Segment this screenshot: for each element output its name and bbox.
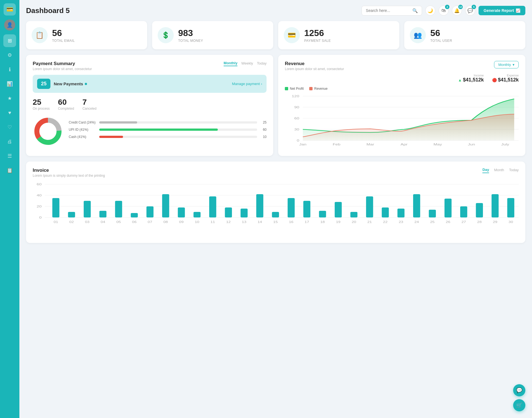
svg-text:Apr: Apr xyxy=(400,143,408,146)
svg-text:27: 27 xyxy=(461,220,466,224)
svg-text:07: 07 xyxy=(148,220,152,224)
svg-text:Jan: Jan xyxy=(299,143,306,146)
svg-rect-47 xyxy=(193,212,200,217)
svg-rect-65 xyxy=(335,202,342,217)
stat-info: 56 TOTAL USER xyxy=(430,28,452,43)
svg-rect-77 xyxy=(429,210,436,217)
svg-text:01: 01 xyxy=(53,220,58,224)
stat-info: 1256 PAYMENT SALE xyxy=(304,28,331,43)
payment-bottom: Credit Card (24%) 25 UPI ID (41%) 60 xyxy=(33,116,267,147)
theme-toggle-button[interactable]: 🌙 xyxy=(425,6,435,16)
revenue-subtitle: Lorem ipsum dolor sit amet, consectetur xyxy=(285,67,344,71)
sidebar-item-print[interactable]: 🖨 xyxy=(3,135,16,148)
sidebar-item-heart2[interactable]: ♡ xyxy=(3,121,16,134)
search-input[interactable] xyxy=(366,8,410,13)
svg-text:08: 08 xyxy=(163,220,168,224)
revenue-period-button[interactable]: Monthly ▾ xyxy=(494,61,519,68)
chat-button[interactable]: 💬 5 xyxy=(465,6,475,16)
stat-value: 983 xyxy=(178,28,203,38)
income-icon: ▲ xyxy=(458,78,462,82)
invoice-subtitle: Lorem Ipsum is simply dummy text of the … xyxy=(33,174,105,178)
payment-stats-row: 25 On process 60 Completed 7 Canceled xyxy=(33,98,267,111)
svg-rect-83 xyxy=(476,203,483,217)
svg-rect-49 xyxy=(209,196,216,217)
revenue-period-label: Monthly xyxy=(498,63,511,67)
svg-rect-73 xyxy=(397,209,404,217)
manage-payment-link[interactable]: Manage payment › xyxy=(232,82,262,86)
svg-rect-75 xyxy=(413,194,420,217)
invoice-tab-today[interactable]: Today xyxy=(509,168,519,173)
header-right: 🔍 🌙 🛍 2 🔔 12 💬 5 Generate Report 📈 xyxy=(362,6,525,16)
stat-icon: 💳 xyxy=(284,27,300,43)
revenue-chart: 120 90 60 30 0 xyxy=(285,93,519,150)
generate-report-button[interactable]: Generate Report 📈 xyxy=(479,6,525,15)
sidebar-item-analytics[interactable]: 📊 xyxy=(3,78,16,90)
invoice-tab-day[interactable]: Day xyxy=(482,168,489,173)
progress-track xyxy=(99,136,257,138)
search-icon: 🔍 xyxy=(412,8,418,13)
tab-monthly[interactable]: Monthly xyxy=(224,61,237,66)
svg-rect-85 xyxy=(492,194,498,217)
revenue-title: Revenue xyxy=(285,61,344,66)
progress-fill xyxy=(99,129,218,131)
sidebar-item-dashboard[interactable]: ⊞ xyxy=(3,34,16,47)
svg-text:16: 16 xyxy=(289,220,293,224)
svg-rect-61 xyxy=(303,201,310,217)
svg-text:23: 23 xyxy=(399,220,403,224)
svg-text:15: 15 xyxy=(273,220,278,224)
sidebar-item-menu[interactable]: ☰ xyxy=(3,150,16,162)
svg-rect-29 xyxy=(52,198,59,217)
sidebar-item-info[interactable]: ℹ xyxy=(3,63,16,76)
bell-button[interactable]: 🔔 12 xyxy=(452,6,462,16)
progress-list: Credit Card (24%) 25 UPI ID (41%) 60 xyxy=(69,120,267,142)
payment-summary-title: Payment Summary xyxy=(33,61,92,66)
svg-rect-63 xyxy=(319,211,326,217)
fab-chat[interactable]: 💬 xyxy=(513,384,525,396)
stat-card-3: 👥 56 TOTAL USER xyxy=(404,21,525,49)
svg-text:July: July xyxy=(501,143,509,146)
cart-button[interactable]: 🛍 2 xyxy=(439,6,449,16)
sidebar-item-list[interactable]: 📋 xyxy=(3,164,16,177)
svg-text:17: 17 xyxy=(305,220,309,224)
progress-track xyxy=(99,121,257,124)
sidebar-item-settings[interactable]: ⚙ xyxy=(3,49,16,61)
new-payments-dot xyxy=(85,83,87,85)
stat-icon: 💲 xyxy=(158,27,174,43)
sidebar-item-star[interactable]: ★ xyxy=(3,92,16,105)
stat-value: 56 xyxy=(430,28,452,38)
svg-text:0: 0 xyxy=(39,216,42,219)
chart-icon: 📈 xyxy=(516,8,520,13)
svg-text:06: 06 xyxy=(132,220,137,224)
new-payments-left: 25 New Payments xyxy=(37,79,87,89)
expense-value: $41,512k xyxy=(498,77,519,83)
svg-text:25: 25 xyxy=(430,220,434,224)
svg-rect-87 xyxy=(507,198,514,217)
svg-rect-81 xyxy=(460,206,467,217)
sidebar-logo: 💳 xyxy=(4,3,16,16)
svg-text:40: 40 xyxy=(37,194,42,197)
stat-canceled: 7 Canceled xyxy=(82,98,96,111)
progress-fill xyxy=(99,136,123,138)
svg-rect-53 xyxy=(241,209,247,217)
sidebar-item-heart[interactable]: ♥ xyxy=(3,106,16,119)
stat-value: 56 xyxy=(52,28,75,38)
svg-rect-59 xyxy=(288,198,295,217)
svg-text:0: 0 xyxy=(297,139,299,142)
fab-cart[interactable]: 🛒 xyxy=(513,399,525,411)
tab-weekly[interactable]: Weekly xyxy=(241,61,253,66)
revenue-card: Revenue Lorem ipsum dolor sit amet, cons… xyxy=(278,55,525,156)
svg-rect-79 xyxy=(444,199,451,217)
chat-badge: 5 xyxy=(472,5,476,9)
invoice-tab-month[interactable]: Month xyxy=(494,168,504,173)
svg-text:60: 60 xyxy=(294,117,299,120)
tab-today[interactable]: Today xyxy=(257,61,267,66)
payment-summary-titles: Payment Summary Lorem ipsum dolor sit am… xyxy=(33,61,92,71)
svg-text:14: 14 xyxy=(257,220,262,224)
progress-track xyxy=(99,129,257,131)
svg-text:60: 60 xyxy=(37,183,42,186)
progress-credit-card: Credit Card (24%) 25 xyxy=(69,120,267,124)
invoice-bar-chart: 60 40 20 0 01020304050607080910111213141… xyxy=(33,181,519,237)
stat-icon: 📋 xyxy=(32,27,48,43)
invoice-titles: Invoice Lorem Ipsum is simply dummy text… xyxy=(33,168,105,178)
new-payments-count: 25 xyxy=(37,79,50,89)
